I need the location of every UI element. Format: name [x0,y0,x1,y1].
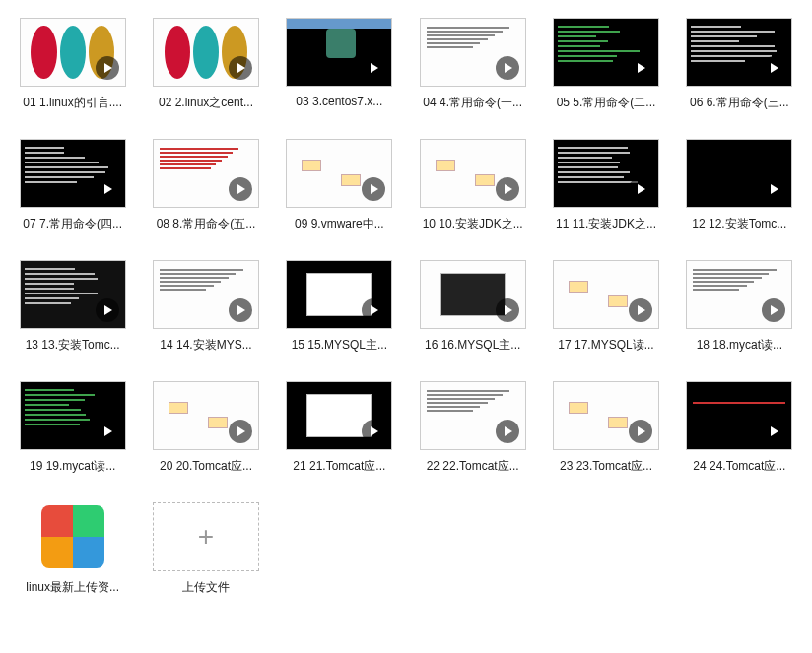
file-thumbnail[interactable] [20,502,126,571]
video-item[interactable]: 08 8.常用命令(五... [151,139,260,232]
video-item[interactable]: 10 10.安装JDK之... [418,139,527,232]
video-thumbnail[interactable] [286,18,392,87]
video-item[interactable]: 06 6.常用命令(三... [685,18,794,111]
video-item[interactable]: 23 23.Tomcat应... [551,381,660,475]
video-label: 05 5.常用命令(二... [553,95,659,111]
file-icon [41,505,104,568]
video-thumbnail[interactable] [153,139,259,208]
upload-tile[interactable]: + [153,502,259,571]
video-item[interactable]: 20 20.Tomcat应... [151,381,260,475]
video-thumbnail[interactable] [553,260,659,329]
video-item[interactable]: 14 14.安装MYS... [151,260,260,354]
file-grid: 01 1.linux的引言....02 2.linux之cent...03 3.… [18,18,794,596]
video-thumbnail[interactable] [20,381,126,450]
video-thumbnail[interactable] [153,381,259,450]
video-thumbnail[interactable] [153,18,259,87]
upload-button[interactable]: +上传文件 [151,502,260,596]
video-thumbnail[interactable] [20,260,126,329]
video-label: 18 18.mycat读... [686,337,792,354]
video-label: 08 8.常用命令(五... [153,216,259,232]
video-thumbnail[interactable] [553,139,659,208]
play-icon [629,56,652,80]
play-icon [629,298,652,322]
video-thumbnail[interactable] [553,381,659,450]
play-icon [96,298,119,322]
video-item[interactable]: 12 12.安装Tomc... [685,139,794,232]
video-label: 09 9.vmware中... [286,216,392,232]
video-label: 06 6.常用命令(三... [686,95,792,111]
file-item[interactable]: linux最新上传资... [18,502,127,596]
video-label: 13 13.安装Tomc... [20,337,126,354]
video-item[interactable]: 07 7.常用命令(四... [18,139,127,232]
video-item[interactable]: 15 15.MYSQL主... [285,260,394,354]
video-item[interactable]: 02 2.linux之cent... [151,18,260,111]
play-icon [496,56,519,80]
video-label: 17 17.MYSQL读... [553,337,659,354]
video-label: 20 20.Tomcat应... [153,458,259,475]
video-thumbnail[interactable] [153,260,259,329]
video-thumbnail[interactable] [686,260,792,329]
play-icon [762,298,785,322]
video-thumbnail[interactable] [420,260,526,329]
upload-label: 上传文件 [153,579,259,596]
video-label: 15 15.MYSQL主... [286,337,392,354]
video-item[interactable]: 16 16.MYSQL主... [418,260,527,354]
video-item[interactable]: 13 13.安装Tomc... [18,260,127,354]
video-item[interactable]: 17 17.MYSQL读... [551,260,660,354]
video-item[interactable]: 04 4.常用命令(一... [418,18,527,111]
play-icon [229,420,252,443]
plus-icon: + [198,521,214,553]
video-thumbnail[interactable] [286,139,392,208]
play-icon [96,420,119,443]
video-label: 16 16.MYSQL主... [420,337,526,354]
video-label: 12 12.安装Tomc... [686,216,792,232]
video-item[interactable]: 11 11.安装JDK之... [551,139,660,232]
play-icon [229,56,252,80]
play-icon [96,56,119,80]
play-icon [229,177,252,201]
video-label: 24 24.Tomcat应... [686,458,792,475]
video-thumbnail[interactable] [20,139,126,208]
video-thumbnail[interactable] [420,18,526,87]
video-item[interactable]: 18 18.mycat读... [685,260,794,354]
play-icon [496,298,519,322]
video-item[interactable]: 09 9.vmware中... [285,139,394,232]
video-thumbnail[interactable] [286,381,392,450]
video-item[interactable]: 24 24.Tomcat应... [685,381,794,475]
play-icon [96,177,119,201]
play-icon [362,56,385,80]
video-thumbnail[interactable] [286,260,392,329]
video-label: 01 1.linux的引言.... [20,95,126,111]
video-item[interactable]: 19 19.mycat读... [18,381,127,475]
video-thumbnail[interactable] [553,18,659,87]
video-thumbnail[interactable] [420,381,526,450]
video-label: 02 2.linux之cent... [153,95,259,111]
play-icon [496,177,519,201]
video-label: 03 3.centos7.x... [286,95,392,108]
play-icon [629,420,652,443]
video-item[interactable]: 22 22.Tomcat应... [418,381,527,475]
video-thumbnail[interactable] [20,18,126,87]
video-label: 11 11.安装JDK之... [553,216,659,232]
play-icon [762,420,785,443]
play-icon [762,177,785,201]
file-label: linux最新上传资... [20,579,126,596]
play-icon [496,420,519,443]
play-icon [362,420,385,443]
video-thumbnail[interactable] [686,381,792,450]
play-icon [229,298,252,322]
video-item[interactable]: 21 21.Tomcat应... [285,381,394,475]
video-thumbnail[interactable] [420,139,526,208]
video-label: 10 10.安装JDK之... [420,216,526,232]
video-label: 22 22.Tomcat应... [420,458,526,475]
video-item[interactable]: 03 3.centos7.x... [285,18,394,111]
video-thumbnail[interactable] [686,18,792,87]
video-label: 19 19.mycat读... [20,458,126,475]
video-label: 04 4.常用命令(一... [420,95,526,111]
video-label: 14 14.安装MYS... [153,337,259,354]
play-icon [362,298,385,322]
video-item[interactable]: 01 1.linux的引言.... [18,18,127,111]
video-item[interactable]: 05 5.常用命令(二... [551,18,660,111]
video-label: 21 21.Tomcat应... [286,458,392,475]
video-thumbnail[interactable] [686,139,792,208]
